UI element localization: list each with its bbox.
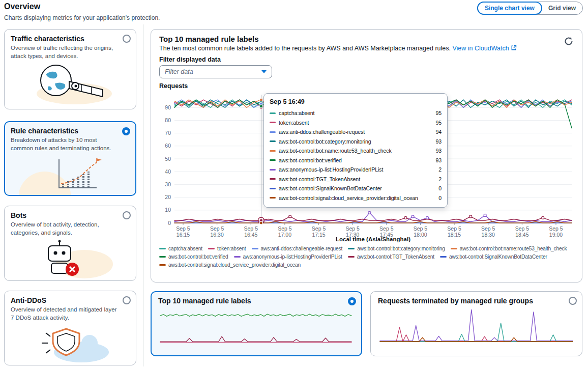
svg-text:60: 60 <box>165 143 171 149</box>
tile-title: Bots <box>11 211 130 219</box>
svg-text:Sep 5: Sep 5 <box>515 225 530 232</box>
grid-view-button[interactable]: Grid view <box>542 2 582 14</box>
cloudwatch-link-label: View in CloudWatch <box>452 45 509 52</box>
tile-rule-characteristics[interactable]: Rule characteristics Breakdown of attack… <box>4 121 136 196</box>
tile-description: Overview of bot activity, detection, cat… <box>11 221 130 237</box>
tile-radio[interactable] <box>123 211 131 219</box>
legend-item[interactable]: aws:bot-control:bot:name:route53_health_… <box>451 246 567 251</box>
tile-anti-ddos[interactable]: Anti-DDoS Overview of detected and mitig… <box>4 291 136 365</box>
legend-label: aws:anti-ddos:challengeable-request <box>261 246 343 251</box>
legend-marker <box>159 256 166 258</box>
legend-item[interactable]: aws:anonymous-ip-list:HostingProviderIPL… <box>234 254 342 260</box>
series-label: token:absent <box>279 120 432 126</box>
bar-chart-icon <box>19 153 121 195</box>
series-value: 95 <box>435 110 442 116</box>
series-label: aws:bot-control:SignalKnownBotDataCenter <box>279 185 435 191</box>
series-marker <box>270 122 276 123</box>
legend-label: aws:bot-control:SignalKnownBotDataCenter <box>449 254 547 260</box>
view-in-cloudwatch-link[interactable]: View in CloudWatch <box>452 45 517 52</box>
svg-text:30: 30 <box>165 181 171 187</box>
series-value: 94 <box>435 129 442 135</box>
legend-marker <box>451 248 457 249</box>
series-marker <box>270 112 276 114</box>
legend-item[interactable]: aws:bot-control:SignalKnownBotDataCenter <box>440 254 547 260</box>
tooltip-row: aws:bot-control:bot:verified93 <box>270 156 442 165</box>
antiddos-illustration <box>11 323 130 363</box>
single-chart-view-button[interactable]: Single chart view <box>477 2 542 15</box>
refresh-icon <box>564 37 573 46</box>
svg-text:0: 0 <box>168 220 171 226</box>
legend-marker <box>252 248 258 249</box>
tile-traffic-characteristics[interactable]: Traffic characteristics Overview of traf… <box>4 29 136 109</box>
series-marker <box>270 197 276 199</box>
tile-radio[interactable] <box>123 35 131 43</box>
series-label: aws:anonymous-ip-list:HostingProviderIPL… <box>279 166 435 173</box>
svg-text:Sep 5: Sep 5 <box>278 225 292 232</box>
series-value: 2 <box>438 166 442 173</box>
tile-bots[interactable]: Bots Overview of bot activity, detection… <box>4 206 136 281</box>
svg-text:Sep 5: Sep 5 <box>414 225 428 232</box>
view-toggle: Single chart view Grid view <box>477 2 583 15</box>
series-marker <box>270 159 276 161</box>
requests-axis-label: Requests <box>159 82 574 90</box>
vertical-divider <box>143 24 143 366</box>
tile-radio[interactable] <box>123 296 131 304</box>
bottom-card-top10-rule-labels[interactable]: Top 10 managed rule labels <box>151 291 362 356</box>
legend-label: aws:bot-control:bot:name:route53_health_… <box>460 246 567 251</box>
chart-hover-tooltip: Sep 5 16:49 captcha:absent95token:absent… <box>263 93 448 208</box>
panel-description: The ten most common rule labels added to… <box>159 45 451 52</box>
tile-description: Overview of detected and mitigated layer… <box>11 306 130 322</box>
series-label: aws:bot-control:bot:verified <box>279 157 432 163</box>
tooltip-row: aws:anti-ddos:challengeable-request94 <box>270 127 442 137</box>
bottom-card-radio[interactable] <box>569 297 577 305</box>
legend-item[interactable]: token:absent <box>208 246 246 251</box>
tile-radio-selected[interactable] <box>122 127 130 135</box>
shield-cloud-icon <box>19 323 121 363</box>
external-link-icon <box>511 45 517 51</box>
legend-marker <box>440 256 447 258</box>
tile-description: Breakdown of attacks by 10 most common r… <box>11 136 130 152</box>
legend-item[interactable]: aws:bot-control:signal:cloud_service_pro… <box>159 262 301 268</box>
legend-item[interactable]: aws:bot-control:bot:category:monitoring <box>348 246 445 251</box>
refresh-button[interactable] <box>562 35 576 49</box>
tooltip-rows: captcha:absent95token:absent95aws:anti-d… <box>270 108 442 203</box>
legend-item[interactable]: aws:anti-ddos:challengeable-request <box>252 246 343 251</box>
svg-text:20: 20 <box>165 194 171 200</box>
series-label: aws:bot-control:TGT_TokenAbsent <box>279 176 435 182</box>
svg-text:Sep 5: Sep 5 <box>447 225 461 232</box>
series-value: 0 <box>438 185 442 191</box>
series-value: 2 <box>438 176 442 182</box>
legend-item[interactable]: captcha:absent <box>159 246 202 251</box>
bottom-card-radio-selected[interactable] <box>348 297 356 305</box>
bottom-card-title: Top 10 managed rule labels <box>158 297 355 305</box>
bottom-card-title: Requests terminated by managed rule grou… <box>378 297 575 305</box>
series-value: 93 <box>435 157 442 163</box>
svg-text:50: 50 <box>165 156 171 162</box>
legend-item[interactable]: aws:bot-control:bot:verified <box>159 254 228 260</box>
legend-label: aws:anonymous-ip-list:HostingProviderIPL… <box>243 254 342 260</box>
legend-label: token:absent <box>217 246 246 251</box>
svg-text:Sep 5: Sep 5 <box>244 225 258 232</box>
svg-text:Sep 5: Sep 5 <box>481 225 495 232</box>
legend-label: aws:bot-control:bot:category:monitoring <box>357 246 445 251</box>
tile-description: Overview of traffic reflecting the origi… <box>11 44 130 60</box>
caret-down-icon <box>261 70 267 73</box>
svg-text:70: 70 <box>165 130 171 136</box>
svg-text:17:00: 17:00 <box>278 232 291 238</box>
legend-marker <box>234 256 241 258</box>
svg-text:17:15: 17:15 <box>312 232 325 238</box>
traffic-illustration <box>11 61 130 106</box>
series-marker <box>270 178 276 180</box>
svg-text:18:00: 18:00 <box>414 232 427 238</box>
svg-text:19:00: 19:00 <box>549 232 563 238</box>
series-marker <box>270 140 276 142</box>
tooltip-row: aws:bot-control:signal:cloud_service_pro… <box>270 193 442 203</box>
series-value: 93 <box>435 138 442 145</box>
legend-item[interactable]: aws:bot-control:TGT_TokenAbsent <box>348 254 434 260</box>
series-marker <box>270 188 276 189</box>
waf-overview-page: Overview Charts displaying metrics for y… <box>0 0 588 368</box>
bottom-card-requests-terminated[interactable]: Requests terminated by managed rule grou… <box>370 291 582 356</box>
series-label: aws:bot-control:signal:cloud_service_pro… <box>279 195 435 201</box>
filter-data-select[interactable]: Filter data <box>159 65 272 78</box>
legend-marker <box>159 248 166 249</box>
